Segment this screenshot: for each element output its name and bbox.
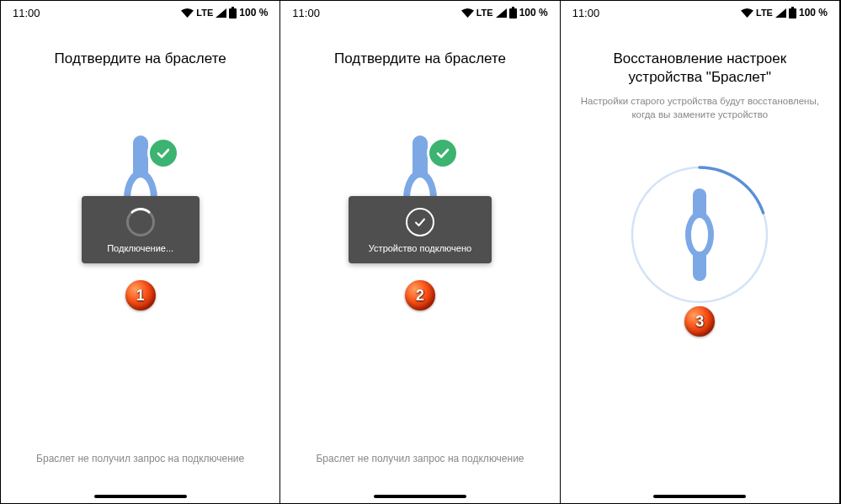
- content-area: Подтвердите на браслете Подключение... 1…: [1, 24, 279, 503]
- svg-rect-0: [229, 8, 237, 19]
- bracelet-icon: [682, 188, 717, 281]
- step-badge: 2: [405, 280, 435, 310]
- signal-icon: [775, 8, 786, 18]
- screen-connecting: 11:00 LTE 100 % Подтвердите на браслете …: [1, 1, 280, 503]
- check-badge-icon: [427, 137, 459, 169]
- page-title: Восстановление настроек устройства "Брас…: [579, 50, 821, 87]
- check-circle-icon: [406, 208, 434, 236]
- wifi-icon: [461, 8, 474, 18]
- progress-ring: [628, 163, 771, 306]
- nav-bar[interactable]: [94, 495, 187, 498]
- spinner-icon: [126, 208, 155, 236]
- connection-toast: Подключение...: [82, 196, 200, 263]
- svg-rect-1: [232, 7, 234, 8]
- status-time: 11:00: [13, 7, 40, 19]
- battery-label: 100 %: [239, 7, 268, 19]
- battery-icon: [229, 7, 237, 19]
- page-title: Подтвердите на браслете: [55, 50, 226, 68]
- page-title: Подтвердите на браслете: [334, 50, 506, 68]
- signal-icon: [496, 8, 507, 18]
- footer-note[interactable]: Браслет не получил запрос на подключение: [1, 453, 279, 464]
- battery-icon: [789, 7, 796, 19]
- svg-rect-5: [509, 8, 517, 19]
- status-time: 11:00: [572, 7, 600, 19]
- nav-bar[interactable]: [653, 495, 746, 498]
- connection-toast: Устройство подключено: [349, 196, 492, 263]
- illustration: Подключение... 1: [73, 135, 208, 287]
- battery-label: 100 %: [799, 7, 828, 19]
- illustration: 3: [632, 155, 767, 315]
- battery-label: 100 %: [519, 7, 548, 19]
- status-indicators: LTE 100 %: [741, 7, 828, 19]
- footer-note[interactable]: Браслет не получил запрос на подключение: [280, 453, 559, 464]
- nav-bar[interactable]: [374, 495, 466, 498]
- signal-icon: [216, 8, 226, 18]
- network-label: LTE: [476, 8, 493, 18]
- screen-connected: 11:00 LTE 100 % Подтвердите на браслете: [280, 1, 560, 503]
- check-badge-icon: [147, 137, 179, 169]
- content-area: Подтвердите на браслете Устройство подкл…: [280, 24, 559, 503]
- illustration: Устройство подключено 2: [353, 135, 487, 287]
- svg-rect-6: [512, 7, 514, 8]
- status-time: 11:00: [292, 7, 320, 19]
- svg-point-15: [691, 218, 708, 252]
- network-label: LTE: [756, 8, 773, 18]
- svg-rect-11: [791, 7, 794, 8]
- status-indicators: LTE 100 %: [181, 7, 268, 19]
- status-bar: 11:00 LTE 100 %: [280, 1, 559, 24]
- step-badge: 1: [125, 280, 156, 310]
- toast-label: Устройство подключено: [369, 243, 471, 253]
- screen-restore-settings: 11:00 LTE 100 % Восстановление настроек …: [561, 1, 840, 503]
- wifi-icon: [741, 8, 753, 18]
- page-subtitle: Настройки старого устройства будут восст…: [579, 95, 821, 121]
- content-area: Восстановление настроек устройства "Брас…: [561, 24, 839, 503]
- status-indicators: LTE 100 %: [461, 7, 548, 19]
- status-bar: 11:00 LTE 100 %: [1, 1, 279, 24]
- network-label: LTE: [196, 8, 213, 18]
- battery-icon: [509, 7, 517, 19]
- wifi-icon: [181, 8, 194, 18]
- status-bar: 11:00 LTE 100 %: [561, 1, 839, 24]
- svg-rect-10: [789, 8, 796, 19]
- toast-label: Подключение...: [107, 243, 173, 253]
- step-badge: 3: [684, 306, 715, 337]
